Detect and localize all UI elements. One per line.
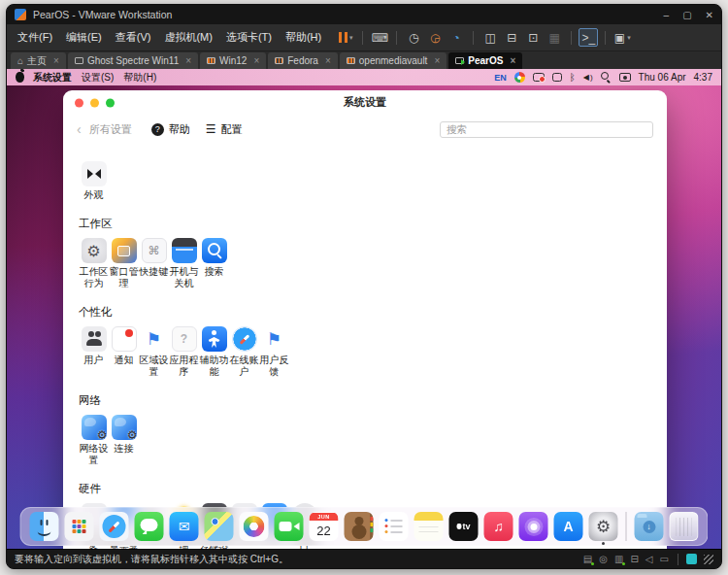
bluetooth-icon[interactable]: [570, 72, 576, 83]
vm-tab-win12[interactable]: Win12×: [200, 52, 266, 69]
settings-item-shortcuts[interactable]: 快捷键: [139, 238, 169, 278]
system-settings-dock-icon[interactable]: [589, 512, 618, 541]
calendar-dock-icon[interactable]: JUN22: [310, 512, 339, 541]
tab-close-button[interactable]: ×: [53, 55, 59, 66]
vmware-menu-view[interactable]: 查看(V): [109, 30, 158, 45]
photos-dock-icon[interactable]: [240, 512, 269, 541]
tab-close-button[interactable]: ×: [325, 55, 331, 66]
tab-close-button[interactable]: ×: [253, 55, 259, 66]
guest-menu-settings[interactable]: 设置(S): [82, 71, 114, 85]
resize-grip[interactable]: [704, 555, 713, 564]
vmware-menu-tabs[interactable]: 选项卡(T): [219, 30, 279, 45]
vmware-menu-edit[interactable]: 编辑(E): [59, 30, 109, 45]
settings-item-accessibility[interactable]: 辅助功能: [199, 326, 229, 378]
close-window-button[interactable]: [75, 98, 83, 107]
console-view-button[interactable]: >_: [579, 28, 598, 47]
take-snapshot-button[interactable]: ◷: [404, 28, 423, 47]
guest-menu-app[interactable]: 系统设置: [33, 71, 72, 85]
manage-snapshots-button[interactable]: ◔: [447, 28, 466, 47]
usb-status-icon[interactable]: ▭: [660, 555, 669, 564]
unity-button[interactable]: ▦: [545, 28, 564, 47]
zoom-window-button[interactable]: [106, 98, 115, 107]
settings-item-window-management[interactable]: 窗口管理: [109, 238, 139, 289]
trash-dock-icon[interactable]: [670, 512, 699, 541]
minimize-button[interactable]: –: [664, 10, 670, 20]
ctrl-alt-del-button[interactable]: ⌨: [370, 28, 389, 47]
harddisk-status-icon[interactable]: ▤: [583, 555, 592, 564]
config-button[interactable]: 配置: [220, 122, 242, 137]
show-library-button[interactable]: ◫: [480, 28, 500, 47]
vmware-menu-vm[interactable]: 虚拟机(M): [157, 30, 219, 45]
help-question-icon[interactable]: ?: [151, 123, 164, 136]
minimize-window-button[interactable]: [90, 98, 99, 107]
vmware-menu-file[interactable]: 文件(F): [11, 30, 59, 45]
vm-tab-fedora[interactable]: Fedora×: [268, 52, 338, 69]
browser-colorwheel-icon[interactable]: [514, 72, 525, 83]
safari-dock-icon[interactable]: [100, 512, 129, 541]
settings-item-online-accounts[interactable]: 在线账户: [229, 326, 259, 378]
revert-snapshot-button[interactable]: ◶: [425, 28, 445, 47]
appstore-dock-icon[interactable]: [554, 512, 583, 541]
settings-titlebar[interactable]: 系统设置: [63, 90, 667, 115]
fit-window-button[interactable]: ▣▾: [612, 28, 632, 47]
settings-item-applications[interactable]: 应用程序: [169, 326, 199, 378]
fullscreen-button[interactable]: ⊡: [523, 28, 543, 47]
screen-record-icon[interactable]: [533, 73, 545, 82]
downloads-dock-icon[interactable]: [635, 512, 664, 541]
sound-status-icon[interactable]: ◁: [645, 555, 653, 564]
notes-dock-icon[interactable]: [414, 512, 444, 541]
launchpad-dock-icon[interactable]: [65, 512, 94, 541]
user-switch-icon[interactable]: [619, 73, 631, 82]
music-dock-icon[interactable]: [484, 512, 513, 541]
settings-item-boot-shutdown[interactable]: 开机与关机: [169, 238, 199, 289]
finder-dock-icon[interactable]: [30, 512, 59, 541]
vm-tab-pearos[interactable]: PearOS×: [448, 52, 522, 69]
show-thumbnails-button[interactable]: ⊟: [502, 28, 521, 47]
vm-tab-home[interactable]: 主页×: [11, 52, 66, 69]
vmware-titlebar[interactable]: PearOS - VMware Workstation – ▢ ✕: [7, 5, 721, 24]
cdrom-status-icon[interactable]: ◎: [599, 555, 608, 564]
pear-logo-icon[interactable]: [16, 72, 24, 83]
settings-item-network-settings[interactable]: 网络设置: [79, 415, 109, 466]
menubar-time[interactable]: 4:37: [694, 72, 712, 83]
settings-item-notifications[interactable]: 通知: [109, 326, 139, 366]
tab-close-button[interactable]: ×: [185, 55, 191, 66]
settings-item-search[interactable]: 搜索: [199, 238, 229, 278]
input-language-badge[interactable]: EN: [494, 73, 507, 83]
settings-item-region[interactable]: 区域设置: [139, 326, 169, 378]
tab-close-button[interactable]: ×: [510, 55, 515, 66]
guest-menu-help[interactable]: 帮助(H): [123, 71, 156, 85]
podcasts-dock-icon[interactable]: [519, 512, 548, 541]
mail-dock-icon[interactable]: [170, 512, 199, 541]
help-button[interactable]: 帮助: [169, 122, 190, 137]
shield-icon[interactable]: [552, 73, 562, 82]
appletv-dock-icon[interactable]: tv: [449, 512, 479, 541]
notification-tile-icon[interactable]: [686, 554, 697, 564]
tab-close-button[interactable]: ×: [434, 55, 440, 66]
volume-icon[interactable]: [583, 73, 593, 82]
settings-item-connections[interactable]: 连接: [109, 415, 139, 455]
search-input[interactable]: [440, 121, 653, 138]
network-adapter-status-icon[interactable]: ▥: [614, 555, 623, 564]
vm-tab-openmediavault[interactable]: openmediavault×: [340, 52, 447, 69]
settings-item-feedback[interactable]: 用户反馈: [259, 326, 289, 378]
all-settings-button[interactable]: 所有设置: [89, 122, 132, 137]
search-icon[interactable]: [601, 72, 612, 83]
menubar-date[interactable]: Thu 06 Apr: [639, 72, 686, 83]
hamburger-icon[interactable]: ☰: [206, 122, 216, 136]
printer-status-icon[interactable]: ⊟: [630, 555, 638, 564]
back-chevron-icon[interactable]: ‹: [77, 122, 82, 136]
facetime-dock-icon[interactable]: [275, 512, 304, 541]
messages-dock-icon[interactable]: [135, 512, 164, 541]
suspend-button[interactable]: ▾: [336, 28, 355, 47]
maps-dock-icon[interactable]: [205, 512, 234, 541]
maximize-button[interactable]: ▢: [682, 10, 691, 20]
settings-item-workspace-behavior[interactable]: 工作区行为: [79, 238, 109, 289]
settings-item-users[interactable]: 用户: [79, 326, 109, 366]
settings-item-appearance[interactable]: 外观: [79, 161, 109, 201]
vmware-menu-help[interactable]: 帮助(H): [279, 30, 328, 45]
vm-tab-ghost-spectre-win11[interactable]: Ghost Spectre Win11×: [68, 52, 198, 69]
reminders-dock-icon[interactable]: [380, 512, 409, 541]
close-button[interactable]: ✕: [706, 10, 713, 20]
contacts-dock-icon[interactable]: [345, 512, 374, 541]
